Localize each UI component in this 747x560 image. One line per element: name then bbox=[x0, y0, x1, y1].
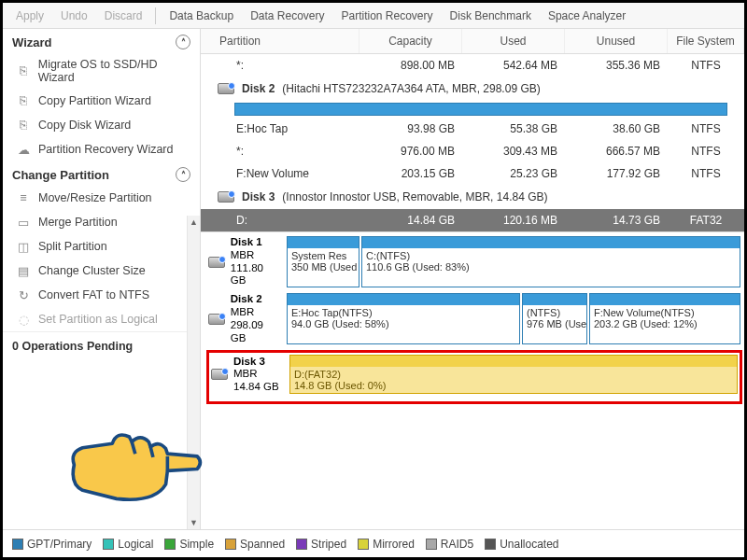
change-partition-section-header[interactable]: Change Partition ˄ bbox=[3, 161, 200, 186]
disk-header-row[interactable]: Disk 2 (Hitachi HTS723232A7A364 ATA, MBR… bbox=[201, 77, 744, 101]
col-used[interactable]: Used bbox=[462, 29, 565, 53]
apply-button[interactable]: Apply bbox=[8, 7, 51, 25]
sidebar-scrollbar[interactable]: ▲▼ bbox=[187, 216, 200, 529]
cell-used: 542.64 MB bbox=[462, 54, 565, 77]
data-recovery-button[interactable]: Data Recovery bbox=[243, 7, 331, 25]
data-backup-button[interactable]: Data Backup bbox=[162, 7, 241, 25]
disk-icon bbox=[208, 257, 225, 268]
col-filesystem[interactable]: File System bbox=[668, 29, 744, 53]
legend-label: GPT/Primary bbox=[27, 538, 92, 551]
wizard-title: Wizard bbox=[12, 35, 52, 49]
sidebar-item-label: Set Partition as Logical bbox=[38, 313, 158, 326]
chevron-up-icon[interactable]: ˄ bbox=[176, 35, 190, 49]
cell-cap: 976.00 MB bbox=[359, 140, 462, 162]
disk-name: Disk 2 bbox=[242, 82, 275, 95]
recovery-icon: ☁ bbox=[16, 142, 31, 157]
undo-button[interactable]: Undo bbox=[53, 7, 95, 25]
chevron-up-icon[interactable]: ˄ bbox=[176, 167, 190, 182]
cell-fs: NTFS bbox=[668, 162, 744, 185]
disk-size: 298.09 GB bbox=[231, 319, 281, 345]
part-sub: 110.6 GB (Used: 83%) bbox=[366, 261, 470, 273]
disk-map-row[interactable]: Disk 2MBR298.09 GB E:Hoc Tap(NTFS)94.0 G… bbox=[208, 293, 740, 344]
convert-icon: ↻ bbox=[16, 287, 31, 302]
disk-icon bbox=[211, 369, 228, 380]
part-title: F:New Volume(NTFS) bbox=[594, 307, 695, 318]
sidebar-item-set-logical[interactable]: ◌Set Partition as Logical bbox=[3, 307, 200, 331]
discard-button[interactable]: Discard bbox=[97, 7, 150, 25]
disk-name: Disk 1 bbox=[231, 236, 281, 249]
part-title: C:(NTFS) bbox=[366, 250, 410, 261]
sidebar-item-label: Change Cluster Size bbox=[38, 264, 146, 277]
content-area: Partition Capacity Used Unused File Syst… bbox=[201, 29, 744, 529]
sidebar-item-label: Partition Recovery Wizard bbox=[38, 143, 174, 156]
sidebar-item-label: Move/Resize Partition bbox=[38, 191, 152, 204]
merge-icon: ▭ bbox=[16, 215, 31, 230]
wizard-section-header[interactable]: Wizard ˄ bbox=[3, 29, 200, 53]
part-sub: 94.0 GB (Used: 58%) bbox=[291, 318, 389, 329]
legend-simple: Simple bbox=[164, 538, 214, 551]
part-sub: 350 MB (Used bbox=[291, 261, 357, 273]
table-row[interactable]: *:976.00 MB309.43 MB666.57 MBNTFS bbox=[201, 140, 744, 162]
scroll-down-icon[interactable]: ▼ bbox=[188, 516, 200, 529]
sidebar-item-convert-fat[interactable]: ↻Convert FAT to NTFS bbox=[3, 283, 200, 307]
sidebar-item-label: Migrate OS to SSD/HD Wizard bbox=[38, 58, 194, 84]
partition-block[interactable]: E:Hoc Tap(NTFS)94.0 GB (Used: 58%) bbox=[287, 293, 520, 344]
disk-header-row[interactable]: Disk 3 (Innostor Innostor USB, Removable… bbox=[201, 185, 744, 209]
partition-block[interactable]: F:New Volume(NTFS)203.2 GB (Used: 12%) bbox=[589, 293, 740, 344]
sidebar-item-label: Copy Disk Wizard bbox=[38, 119, 131, 132]
sidebar-item-cluster[interactable]: ▤Change Cluster Size bbox=[3, 259, 200, 283]
sidebar-item-label: Split Partition bbox=[38, 240, 107, 253]
legend-label: Striped bbox=[311, 538, 346, 551]
col-unused[interactable]: Unused bbox=[565, 29, 668, 53]
disk-benchmark-button[interactable]: Disk Benchmark bbox=[443, 7, 539, 25]
resize-icon: ≡ bbox=[16, 190, 31, 205]
logical-icon: ◌ bbox=[16, 312, 31, 327]
disk-name: Disk 2 bbox=[231, 293, 281, 306]
col-capacity[interactable]: Capacity bbox=[359, 29, 462, 53]
table-row[interactable]: F:New Volume203.15 GB25.23 GB177.92 GBNT… bbox=[201, 162, 744, 185]
disk-name: Disk 3 bbox=[233, 356, 279, 369]
legend-label: Logical bbox=[118, 538, 153, 551]
table-row[interactable]: *:898.00 MB542.64 MB355.36 MBNTFS bbox=[201, 54, 744, 77]
part-title: E:Hoc Tap(NTFS) bbox=[291, 307, 373, 318]
cell-cap: 93.98 GB bbox=[359, 118, 462, 140]
sidebar-item-partition-recovery[interactable]: ☁Partition Recovery Wizard bbox=[3, 137, 200, 161]
selected-row[interactable]: D:14.84 GB120.16 MB14.73 GBFAT32 bbox=[201, 209, 744, 231]
toolbar: Apply Undo Discard Data Backup Data Reco… bbox=[3, 3, 744, 29]
partition-block[interactable]: C:(NTFS)110.6 GB (Used: 83%) bbox=[361, 236, 740, 287]
sidebar-item-migrate-os[interactable]: ⎘Migrate OS to SSD/HD Wizard bbox=[3, 53, 200, 89]
legend-label: Unallocated bbox=[500, 538, 558, 551]
disk-usage-bar bbox=[234, 103, 727, 116]
disk-map-row[interactable]: Disk 1MBR111.80 GB System Res350 MB (Use… bbox=[208, 236, 740, 287]
cell-name: *: bbox=[201, 140, 359, 162]
legend-label: Spanned bbox=[240, 538, 285, 551]
partition-block[interactable]: System Res350 MB (Used bbox=[287, 236, 359, 287]
sidebar-item-merge[interactable]: ▭Merge Partition bbox=[3, 210, 200, 234]
cell-unused: 355.36 MB bbox=[565, 54, 668, 77]
partition-recovery-button[interactable]: Partition Recovery bbox=[334, 7, 441, 25]
split-icon: ◫ bbox=[16, 239, 31, 254]
sidebar-item-split[interactable]: ◫Split Partition bbox=[3, 234, 200, 259]
disk-sub: (Innostor Innostor USB, Removable, MBR, … bbox=[282, 190, 547, 203]
cell-used: 25.23 GB bbox=[462, 162, 565, 185]
disk-icon bbox=[218, 191, 234, 203]
cell-unused: 666.57 MB bbox=[565, 140, 668, 162]
legend-mirrored: Mirrored bbox=[358, 538, 415, 551]
space-analyzer-button[interactable]: Space Analyzer bbox=[541, 7, 633, 25]
partition-block[interactable]: D:(FAT32)14.8 GB (Used: 0%) bbox=[289, 355, 738, 394]
legend-unallocated: Unallocated bbox=[485, 538, 558, 551]
partition-table-body: *:898.00 MB542.64 MB355.36 MBNTFS Disk 2… bbox=[201, 54, 744, 231]
sidebar-item-copy-disk[interactable]: ⎘Copy Disk Wizard bbox=[3, 113, 200, 137]
sidebar-item-copy-partition[interactable]: ⎘Copy Partition Wizard bbox=[3, 89, 200, 113]
col-partition[interactable]: Partition bbox=[201, 29, 359, 53]
partition-block[interactable]: (NTFS)976 MB (Use bbox=[522, 293, 587, 344]
partition-table-header: Partition Capacity Used Unused File Syst… bbox=[201, 29, 744, 54]
legend: GPT/Primary Logical Simple Spanned Strip… bbox=[3, 529, 744, 557]
disk-type: MBR bbox=[231, 249, 281, 262]
disk-type: MBR bbox=[231, 306, 281, 319]
scroll-up-icon[interactable]: ▲ bbox=[188, 216, 200, 229]
disk-map-row[interactable]: Disk 3MBR14.84 GB D:(FAT32)14.8 GB (Used… bbox=[211, 355, 738, 394]
sidebar-item-move-resize[interactable]: ≡Move/Resize Partition bbox=[3, 186, 200, 210]
table-row[interactable]: E:Hoc Tap93.98 GB55.38 GB38.60 GBNTFS bbox=[201, 118, 744, 140]
cluster-icon: ▤ bbox=[16, 263, 31, 278]
